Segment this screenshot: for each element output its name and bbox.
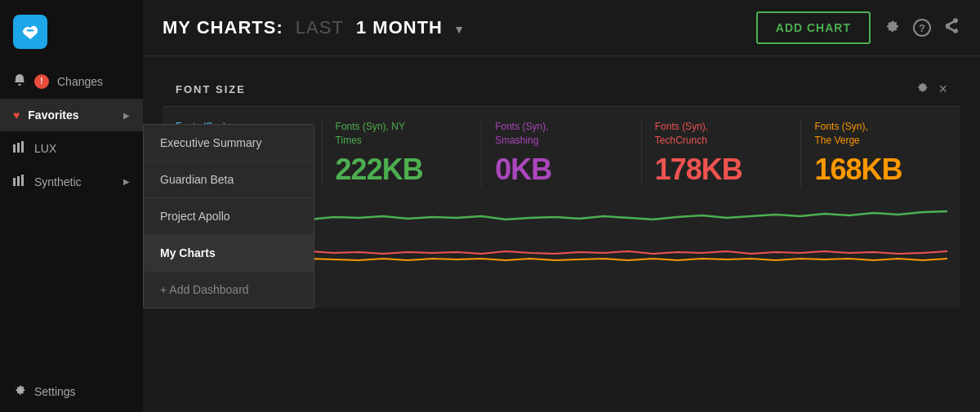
- add-chart-button[interactable]: ADD CHART: [756, 11, 871, 44]
- chevron-right-icon: ▶: [123, 111, 130, 120]
- chart-close-icon[interactable]: ×: [938, 81, 947, 98]
- changes-badge: !: [34, 74, 49, 89]
- heart-icon: ♥: [13, 109, 20, 122]
- col-value-1: 222KB: [336, 153, 469, 187]
- chart-title: FONT SIZE: [176, 83, 915, 95]
- settings-icon[interactable]: [884, 18, 900, 38]
- col-value-3: 178KB: [655, 153, 788, 187]
- header-icon-group: ?: [884, 18, 960, 38]
- title-period: 1 MONTH: [356, 17, 443, 38]
- settings-label: Settings: [34, 385, 76, 398]
- sidebar-logo: [0, 0, 143, 64]
- svg-rect-5: [21, 175, 24, 186]
- col-label-2: Fonts (Syn),Smashing: [495, 120, 628, 148]
- dropdown-item-add-dashboard[interactable]: + Add Dashboard: [144, 272, 314, 308]
- title-prefix: MY CHARTS:: [163, 17, 283, 38]
- title-highlight: LAST: [296, 17, 344, 38]
- sidebar-item-label: LUX: [34, 142, 56, 155]
- svg-rect-1: [17, 143, 20, 153]
- col-label-4: Fonts (Syn),The Verge: [814, 120, 947, 148]
- dropdown-item-guardian-beta[interactable]: Guardian Beta: [144, 162, 314, 198]
- col-label-1: Fonts (Syn), NYTimes: [336, 120, 469, 148]
- dropdown-item-label: + Add Dashboard: [160, 283, 249, 296]
- svg-rect-3: [13, 178, 16, 186]
- sidebar: ! Changes ♥ Favorites ▶ LUX: [0, 0, 143, 412]
- dropdown-item-project-apollo[interactable]: Project Apollo: [144, 198, 314, 235]
- dropdown-item-executive-summary[interactable]: Executive Summary: [144, 125, 314, 162]
- col-value-4: 168KB: [814, 153, 947, 187]
- sidebar-item-label: Changes: [57, 75, 103, 88]
- dropdown-item-my-charts[interactable]: My Charts: [144, 235, 314, 272]
- dropdown-item-label: Executive Summary: [160, 136, 261, 149]
- svg-rect-0: [13, 144, 16, 153]
- bell-icon: [13, 73, 26, 89]
- dropdown-arrow-icon: ▼: [453, 23, 466, 36]
- chart-header-icons: ×: [915, 81, 947, 98]
- chart-svg: [212, 202, 947, 299]
- svg-rect-2: [21, 141, 24, 153]
- chart-header: FONT SIZE ×: [163, 73, 960, 107]
- sidebar-item-lux[interactable]: LUX: [0, 131, 143, 165]
- chevron-right-icon2: ▶: [123, 177, 130, 186]
- bar-chart-icon2: [13, 175, 26, 188]
- data-col-3: Fonts (Syn),TechCrunch 178KB: [642, 120, 802, 187]
- dropdown-item-label: Guardian Beta: [160, 173, 234, 186]
- bar-chart-icon: [13, 141, 26, 155]
- dropdown-item-label: My Charts: [160, 246, 216, 259]
- page-header: MY CHARTS: LAST 1 MONTH ▼ ADD CHART ?: [143, 0, 980, 56]
- sidebar-item-label: Synthetic: [34, 175, 82, 188]
- svg-rect-4: [17, 176, 20, 186]
- data-col-4: Fonts (Syn),The Verge 168KB: [801, 120, 960, 187]
- chart-settings-icon[interactable]: [915, 81, 929, 98]
- data-col-1: Fonts (Syn), NYTimes 222KB: [323, 120, 483, 187]
- app-logo[interactable]: [13, 15, 47, 49]
- settings-gear-icon: [13, 383, 26, 399]
- col-label-3: Fonts (Syn),TechCrunch: [655, 120, 788, 148]
- col-value-2: 0KB: [495, 153, 628, 187]
- page-title: MY CHARTS: LAST 1 MONTH ▼: [163, 17, 743, 38]
- sidebar-item-synthetic[interactable]: Synthetic ▶: [0, 165, 143, 198]
- sidebar-item-changes[interactable]: ! Changes: [0, 64, 143, 99]
- sidebar-navigation: ! Changes ♥ Favorites ▶ LUX: [0, 64, 143, 370]
- dropdown-item-label: Project Apollo: [160, 210, 230, 223]
- data-col-2: Fonts (Syn),Smashing 0KB: [482, 120, 642, 187]
- sidebar-settings[interactable]: Settings: [0, 370, 143, 412]
- sidebar-item-favorites[interactable]: ♥ Favorites ▶: [0, 99, 143, 131]
- sidebar-item-label: Favorites: [28, 109, 78, 122]
- help-icon[interactable]: ?: [913, 19, 931, 37]
- share-icon[interactable]: [944, 18, 960, 38]
- favorites-dropdown: Executive Summary Guardian Beta Project …: [143, 124, 314, 308]
